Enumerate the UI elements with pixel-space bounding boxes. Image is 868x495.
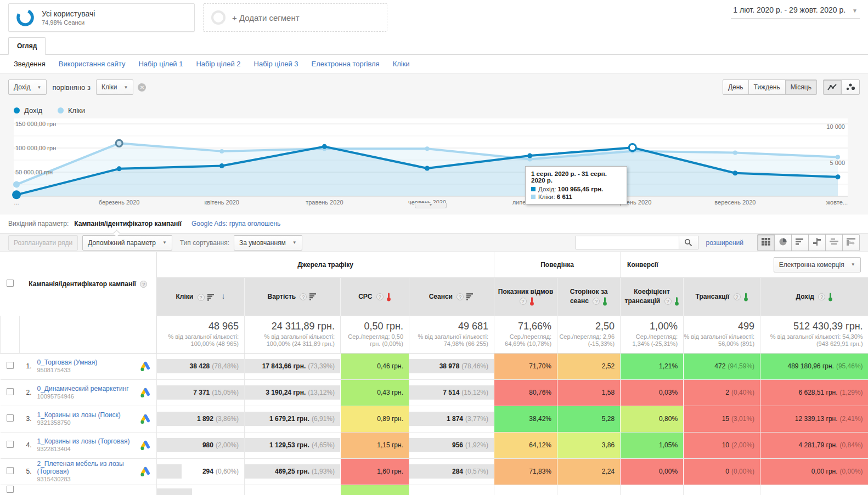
granularity-місяць[interactable]: Місяць	[785, 79, 817, 95]
revenue-point-highlight[interactable]	[629, 144, 636, 151]
row-checkbox[interactable]	[7, 362, 14, 369]
help-icon[interactable]: ?	[664, 298, 672, 305]
sort-type-select[interactable]: За умовчанням▼	[234, 235, 302, 251]
help-icon[interactable]: ?	[456, 293, 464, 300]
legend-dot-icon	[58, 107, 64, 113]
column-header-cost[interactable]: Вартість ?	[245, 277, 341, 316]
revenue-point[interactable]	[527, 153, 532, 158]
plot-rows-button[interactable]: Розпланувати ряди	[8, 235, 78, 251]
clicks-point[interactable]	[13, 181, 20, 188]
search-button[interactable]	[679, 236, 698, 249]
data-bars-icon[interactable]	[207, 294, 215, 301]
revenue-point[interactable]	[322, 144, 327, 149]
clicks-point[interactable]	[219, 149, 224, 153]
row-checkbox[interactable]	[7, 486, 14, 493]
help-icon[interactable]: ?	[818, 293, 825, 300]
help-icon[interactable]: ?	[140, 281, 147, 288]
subnav-item-кліки[interactable]: Кліки	[393, 60, 410, 68]
data-bars-icon[interactable]	[309, 293, 317, 300]
table-search-input[interactable]	[576, 236, 679, 249]
cell-bounce-rate: 71,83%	[494, 458, 557, 485]
clicks-point[interactable]	[836, 155, 840, 159]
percentage-view-button[interactable]	[774, 234, 792, 251]
cell-clicks: 1 892(3,86%)	[157, 406, 245, 432]
performance-view-button[interactable]	[791, 234, 809, 251]
subnav-item-набір-цілей-2[interactable]: Набір цілей 2	[196, 60, 240, 68]
subnav-item-набір-цілей-3[interactable]: Набір цілей 3	[254, 60, 298, 68]
row-rank: 3.	[23, 415, 37, 423]
campaign-link[interactable]: 1_Корзины из лозы (Поиск)	[37, 411, 121, 419]
column-header-cpc[interactable]: CPC ?	[341, 277, 409, 316]
data-bars-icon[interactable]	[466, 293, 474, 300]
primary-dimension-campaign[interactable]: Кампанія/ідентифікатор кампанії	[74, 220, 182, 227]
select-all-checkbox[interactable]	[7, 280, 14, 287]
chart-panel: Дохід▼ порівняно з Кліки▼ ✕ ДеньТижденьМ…	[0, 73, 868, 214]
chevron-down-icon: ▼	[124, 85, 128, 90]
campaign-link[interactable]: 0_Динамический ремаркетинг	[37, 385, 129, 392]
chart-canvas[interactable]: 150 000,00 грн100 000,00 грн50 000,00 гр…	[0, 118, 868, 212]
revenue-point[interactable]	[732, 170, 737, 175]
revenue-point[interactable]	[117, 166, 122, 171]
column-header-clicks[interactable]: Кліки ?↓	[157, 277, 245, 316]
comparison-view-button[interactable]	[808, 234, 826, 251]
dimension-label: Вихідний параметр:	[8, 220, 69, 227]
row-checkbox[interactable]	[7, 441, 14, 448]
subnav-item-електронна-торгівля[interactable]: Електронна торгівля	[312, 60, 380, 68]
help-icon[interactable]: ?	[376, 293, 384, 300]
subnav-item-зведення[interactable]: Зведення	[14, 60, 46, 68]
help-icon[interactable]: ?	[300, 293, 307, 300]
column-header-revenue[interactable]: Дохід ?	[760, 277, 868, 316]
motion-chart-button[interactable]	[841, 79, 860, 95]
campaign-link[interactable]: 2_Плетеная мебель из лозы (Торговая)	[37, 460, 124, 475]
pivot-view-button[interactable]	[842, 234, 860, 251]
advanced-filter-link[interactable]: розширений	[706, 239, 743, 247]
chart-controls: Дохід▼ порівняно з Кліки▼ ✕ ДеньТижденьМ…	[8, 79, 860, 95]
clicks-point[interactable]	[733, 151, 737, 155]
campaign-link[interactable]: 0_Торговая (Умная)	[37, 359, 98, 366]
segment-card-all-users[interactable]: Усі користувачі 74,98% Сеанси	[8, 3, 195, 32]
help-icon[interactable]: ?	[593, 298, 600, 305]
row-rank: 5.	[23, 468, 37, 475]
column-header-transaction-rate[interactable]: Коефіцієнт трансакцій ?	[621, 277, 684, 316]
help-icon[interactable]: ?	[520, 298, 527, 305]
cell-bounce-rate: 71,70%	[494, 353, 557, 379]
column-header-transactions[interactable]: Трансакції ?	[684, 277, 760, 316]
term-cloud-view-button[interactable]	[825, 234, 843, 251]
row-checkbox[interactable]	[7, 414, 14, 422]
add-segment-button[interactable]: + Додати сегмент	[203, 3, 387, 32]
subnav-item-набір-цілей-1[interactable]: Набір цілей 1	[138, 60, 183, 68]
line-chart-button[interactable]	[823, 79, 842, 95]
revenue-point[interactable]	[836, 174, 841, 179]
cell-sessions: 284(0,57%)	[409, 458, 494, 485]
column-header-bounce-rate[interactable]: Показник відмов ?	[494, 277, 557, 316]
help-icon[interactable]: ?	[734, 293, 741, 300]
cell-cost: 469,25 грн.(1,93%)	[245, 458, 341, 485]
clicks-point[interactable]	[425, 146, 430, 151]
help-icon[interactable]: ?	[198, 294, 205, 301]
campaign-link[interactable]: 1_Корзины из лозы (Торговая)	[37, 437, 130, 445]
dimension-link-adgroup[interactable]: Google Ads: група оголошень	[191, 220, 280, 227]
secondary-dimension-button[interactable]: Допоміжний параметр▼	[82, 235, 172, 251]
column-header-sessions[interactable]: Сеанси ?	[409, 277, 494, 316]
chart-collapse-handle[interactable]: ▼	[415, 203, 447, 208]
row-checkbox[interactable]	[7, 467, 14, 474]
table-view-button[interactable]	[757, 234, 775, 251]
revenue-point[interactable]	[219, 163, 224, 168]
row-checkbox[interactable]	[7, 388, 14, 395]
revenue-point[interactable]	[425, 166, 430, 170]
date-range-selector[interactable]: 1 лют. 2020 р. - 29 жовт. 2020 р. ▼	[731, 4, 860, 19]
subnav-item-використання-сайту[interactable]: Використання сайту	[59, 60, 126, 68]
column-header-pages-per-session[interactable]: Сторінок за сеанс ?	[557, 277, 621, 316]
granularity-день[interactable]: День	[723, 79, 749, 95]
clicks-point-ring[interactable]	[116, 140, 122, 146]
granularity-тиждень[interactable]: Тиждень	[748, 79, 786, 95]
tab-overview[interactable]: Огляд	[8, 37, 46, 55]
primary-metric-select[interactable]: Дохід▼	[8, 79, 47, 95]
revenue-point[interactable]	[12, 190, 21, 199]
total-pages-per-session: 2,50Сер./перегляд: 2,96 (-15,33%)	[557, 316, 621, 353]
cell-clicks: 294(0,60%)	[157, 458, 245, 485]
thermometer-green-icon	[602, 297, 607, 306]
remove-compare-icon[interactable]: ✕	[138, 83, 146, 92]
secondary-metric-select[interactable]: Кліки▼	[96, 79, 134, 95]
conversions-type-select[interactable]: Електронна комерція▼	[774, 257, 861, 272]
